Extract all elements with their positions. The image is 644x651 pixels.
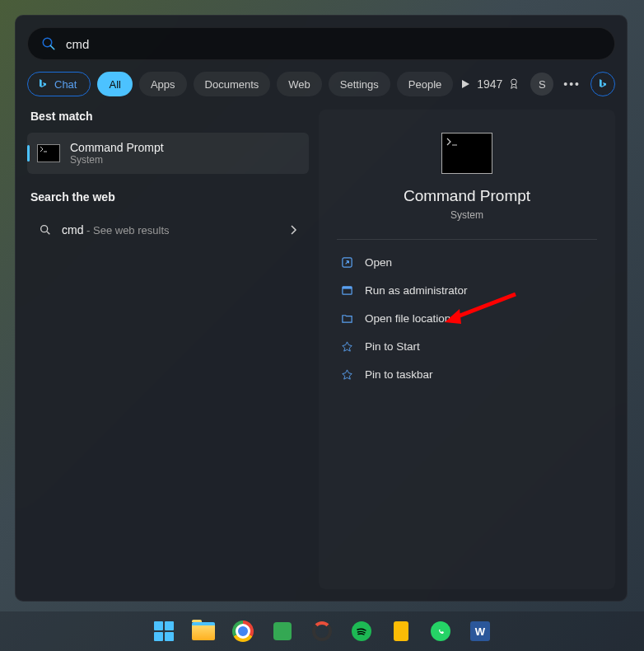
- svg-point-2: [511, 79, 517, 85]
- action-run-as-administrator[interactable]: Run as administrator: [334, 276, 600, 304]
- web-suffix: - See web results: [83, 224, 169, 237]
- app-icon: [312, 621, 332, 641]
- whatsapp-icon: [431, 621, 450, 641]
- tab-label: Apps: [151, 78, 175, 91]
- rewards-badge-icon: [507, 77, 520, 91]
- header-right: 1947 S •••: [477, 72, 615, 96]
- bing-icon: [36, 77, 49, 91]
- action-open-file-location[interactable]: Open file location: [334, 304, 600, 332]
- result-text: Command Prompt System: [70, 141, 164, 166]
- word-icon: W: [470, 621, 490, 641]
- action-list: Open Run as administrator Open file loca…: [330, 248, 604, 388]
- best-match-heading: Best match: [30, 110, 309, 123]
- tabs-overflow-button[interactable]: [460, 73, 470, 95]
- action-label: Open file location: [365, 312, 450, 325]
- bing-icon: [596, 77, 609, 91]
- tab-apps[interactable]: Apps: [139, 72, 187, 96]
- result-name: Command Prompt: [70, 141, 164, 154]
- tab-label: Documents: [205, 78, 259, 91]
- start-button[interactable]: [147, 615, 180, 648]
- tabs-row: Chat All Apps Documents Web Settings Peo…: [16, 60, 627, 106]
- action-label: Open: [365, 256, 392, 269]
- action-label: Pin to taskbar: [365, 368, 433, 381]
- tab-label: Chat: [54, 78, 77, 91]
- taskbar-file-explorer[interactable]: [187, 615, 220, 648]
- divider: [337, 239, 597, 240]
- preview-title: Command Prompt: [330, 187, 604, 205]
- folder-icon: [340, 311, 353, 325]
- best-match-result[interactable]: Command Prompt System: [27, 133, 309, 174]
- results-column: Best match Command Prompt System Search …: [27, 110, 309, 589]
- chevron-right-icon: [291, 225, 297, 235]
- folder-icon: [192, 622, 215, 640]
- bing-chat-button[interactable]: [590, 72, 615, 96]
- action-open[interactable]: Open: [334, 248, 600, 276]
- command-prompt-icon-large: [441, 133, 492, 174]
- tab-documents[interactable]: Documents: [194, 72, 271, 96]
- search-panel: Chat All Apps Documents Web Settings Peo…: [15, 15, 628, 602]
- search-bar[interactable]: [27, 27, 615, 60]
- windows-icon: [154, 621, 174, 641]
- action-pin-to-start[interactable]: Pin to Start: [334, 332, 600, 360]
- web-query: cmd: [62, 223, 83, 237]
- tab-all[interactable]: All: [97, 72, 132, 96]
- search-web-heading: Search the web: [30, 190, 309, 204]
- tab-chat[interactable]: Chat: [27, 72, 91, 96]
- svg-point-3: [41, 226, 48, 232]
- search-icon: [39, 223, 52, 237]
- tab-web[interactable]: Web: [277, 72, 322, 96]
- taskbar-whatsapp[interactable]: [424, 615, 457, 648]
- result-sub: System: [70, 154, 164, 166]
- more-options[interactable]: •••: [563, 77, 581, 91]
- search-input[interactable]: [66, 37, 601, 51]
- action-label: Run as administrator: [365, 284, 468, 297]
- avatar-initial: S: [539, 78, 546, 91]
- action-label: Pin to Start: [365, 340, 420, 353]
- web-result-text: cmd - See web results: [62, 223, 281, 237]
- tab-settings[interactable]: Settings: [329, 72, 390, 96]
- shield-icon: [340, 283, 353, 297]
- play-icon: [460, 79, 470, 89]
- tab-label: Web: [288, 78, 310, 91]
- ellipsis-icon: •••: [563, 77, 581, 91]
- command-prompt-icon: [37, 144, 60, 162]
- app-icon: [273, 622, 292, 640]
- taskbar-spotify[interactable]: [345, 615, 378, 648]
- svg-rect-7: [342, 286, 351, 288]
- web-result[interactable]: cmd - See web results: [27, 213, 309, 246]
- taskbar-app-yellow[interactable]: [385, 615, 418, 648]
- chrome-icon: [232, 621, 254, 642]
- open-icon: [340, 255, 353, 269]
- svg-line-1: [50, 45, 54, 49]
- app-icon: [394, 621, 408, 641]
- tab-label: People: [408, 78, 441, 91]
- user-avatar[interactable]: S: [530, 73, 553, 96]
- taskbar-chrome[interactable]: [226, 615, 259, 648]
- taskbar-app-ring[interactable]: [306, 615, 338, 648]
- search-icon: [41, 36, 56, 51]
- rewards-widget[interactable]: 1947: [477, 77, 520, 91]
- pin-icon: [340, 368, 353, 381]
- pin-icon: [340, 340, 353, 353]
- tab-label: Settings: [340, 78, 379, 91]
- preview-subtitle: System: [330, 209, 604, 221]
- tab-people[interactable]: People: [397, 72, 453, 96]
- tab-label: All: [109, 78, 120, 91]
- action-pin-to-taskbar[interactable]: Pin to taskbar: [334, 360, 600, 388]
- preview-pane: Command Prompt System Open Run as admini…: [319, 110, 615, 589]
- svg-line-4: [47, 232, 49, 234]
- taskbar-word[interactable]: W: [464, 615, 497, 648]
- rewards-points: 1947: [477, 77, 502, 91]
- spotify-icon: [352, 621, 371, 641]
- taskbar-app-green[interactable]: [266, 615, 299, 648]
- taskbar: W: [0, 611, 644, 651]
- content-split: Best match Command Prompt System Search …: [16, 106, 627, 601]
